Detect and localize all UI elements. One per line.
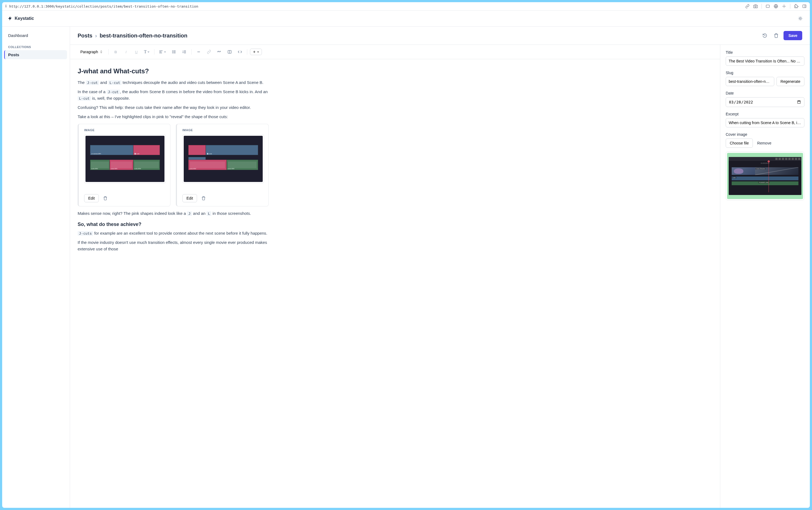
cover-image-preview: 01:00:00:00 Cross Dissolve code POD00071… xyxy=(726,151,804,200)
link-button[interactable] xyxy=(205,48,213,56)
save-button[interactable]: Save xyxy=(783,31,802,40)
sidebar-section-label: COLLECTIONS xyxy=(5,44,67,50)
list-icon xyxy=(172,50,176,54)
image-label: IMAGE xyxy=(84,129,166,132)
code-icon xyxy=(238,50,242,54)
paragraph[interactable]: The J-cut and L-cut techniques decouple … xyxy=(78,79,269,86)
paragraph[interactable]: In the case of a J-cut, the audio from S… xyxy=(78,88,269,102)
history-button[interactable] xyxy=(761,31,769,40)
regenerate-button[interactable]: Regenerate xyxy=(777,77,804,86)
app-header: Keystatic xyxy=(2,10,810,27)
title-input[interactable] xyxy=(726,56,804,66)
image-preview: on-camera.MP4 📄 code audio.WAV audio.WAV… xyxy=(84,135,166,183)
globe-icon[interactable] xyxy=(774,4,778,8)
page-header: Posts › best-transition-often-no-transit… xyxy=(70,27,810,45)
columns-button[interactable] xyxy=(225,48,234,56)
fields-panel: Title Slug Regenerate Date xyxy=(720,45,810,508)
excerpt-label: Excerpt xyxy=(726,112,804,116)
divider xyxy=(761,4,762,9)
cover-label: Cover image xyxy=(726,132,804,137)
divider xyxy=(790,4,790,9)
columns-icon xyxy=(228,50,232,54)
bold-button[interactable]: B xyxy=(111,48,120,56)
image-delete-button[interactable] xyxy=(200,194,207,202)
text-format-button[interactable]: T xyxy=(142,48,151,56)
url-text[interactable]: http://127.0.0.1:3000/keystatic/collecti… xyxy=(9,4,743,8)
trash-icon xyxy=(774,33,779,38)
heading[interactable]: J-what and What-cuts? xyxy=(78,67,269,75)
brand[interactable]: Keystatic xyxy=(8,16,34,21)
chevron-right-icon: › xyxy=(95,33,97,39)
italic-button[interactable]: I xyxy=(122,48,130,56)
sidebar-dashboard[interactable]: Dashboard xyxy=(5,31,67,40)
excerpt-input[interactable] xyxy=(726,118,804,128)
image-delete-button[interactable] xyxy=(101,194,109,202)
code-button[interactable] xyxy=(236,48,244,56)
heading[interactable]: So, what do these achieve? xyxy=(78,222,269,227)
target-icon[interactable] xyxy=(782,4,786,8)
sidebar: Dashboard COLLECTIONS Posts xyxy=(2,27,70,508)
breadcrumb-item: best-transition-often-no-transition xyxy=(99,33,187,39)
paragraph[interactable]: Makes sense now, right? The pink shapes … xyxy=(78,210,269,217)
title-label: Title xyxy=(726,50,804,55)
paragraph[interactable]: Confusing? This will help: these cuts ta… xyxy=(78,104,269,111)
insert-button[interactable] xyxy=(250,49,262,55)
panel-icon[interactable] xyxy=(802,4,807,8)
separator xyxy=(154,49,154,55)
trash-icon xyxy=(201,196,206,200)
separator xyxy=(108,49,109,55)
ordered-list-button[interactable] xyxy=(180,48,189,56)
minus-icon xyxy=(197,50,201,54)
image-label: IMAGE xyxy=(182,129,264,132)
svg-point-15 xyxy=(172,53,173,53)
image-block-lcut[interactable]: IMAGE 📄 code on-camera.MP4 xyxy=(176,124,269,206)
breadcrumb-collection[interactable]: Posts xyxy=(78,33,92,39)
paragraph[interactable]: Take a look at this – I've highlighted c… xyxy=(78,114,269,120)
svg-point-3 xyxy=(784,6,785,7)
image-preview: 📄 code on-camera.MP4 audio.WAV audio.WAV xyxy=(182,135,264,183)
align-button[interactable] xyxy=(157,48,168,56)
brand-name: Keystatic xyxy=(14,16,34,21)
trash-icon xyxy=(103,196,108,200)
theme-toggle[interactable] xyxy=(796,15,804,23)
camera-icon[interactable] xyxy=(753,4,758,8)
puzzle-icon[interactable] xyxy=(794,4,799,8)
plus-icon xyxy=(252,50,256,54)
sidebar-item-label: Posts xyxy=(8,52,19,57)
svg-point-13 xyxy=(172,51,173,51)
browser-url-bar: i http://127.0.0.1:3000/keystatic/collec… xyxy=(2,2,810,10)
info-icon: i xyxy=(5,4,6,8)
quote-button[interactable] xyxy=(215,48,223,56)
link-icon[interactable] xyxy=(745,4,750,8)
svg-point-6 xyxy=(800,18,801,19)
ordered-list-icon xyxy=(182,50,186,54)
image-edit-button[interactable]: Edit xyxy=(182,194,197,202)
divider-button[interactable] xyxy=(194,48,203,56)
svg-point-14 xyxy=(172,52,173,52)
remove-button[interactable]: Remove xyxy=(757,141,771,145)
slug-input[interactable] xyxy=(726,77,774,86)
paragraph[interactable]: J-cuts for example are an excellent tool… xyxy=(78,230,269,236)
image-block-jcut[interactable]: IMAGE on-camera.MP4 📄 code audio.W xyxy=(78,124,171,206)
slug-label: Slug xyxy=(726,70,804,75)
image-edit-button[interactable]: Edit xyxy=(84,194,99,202)
delete-button[interactable] xyxy=(772,31,780,40)
chevron-updown-icon xyxy=(99,50,103,54)
folder-icon[interactable] xyxy=(765,4,770,8)
date-input[interactable] xyxy=(726,97,804,107)
document-body[interactable]: J-what and What-cuts? The J-cut and L-cu… xyxy=(70,59,276,266)
paragraph[interactable]: If the movie industry doesn't use much t… xyxy=(78,239,269,252)
choose-file-button[interactable]: Choose file xyxy=(726,139,753,148)
chevron-down-icon xyxy=(257,51,260,53)
underline-button[interactable]: U xyxy=(132,48,141,56)
lightning-icon xyxy=(8,16,12,21)
bullet-list-button[interactable] xyxy=(170,48,178,56)
svg-rect-4 xyxy=(803,5,806,8)
link-icon xyxy=(207,50,211,54)
svg-rect-1 xyxy=(766,5,770,7)
svg-point-0 xyxy=(755,6,756,7)
block-type-select[interactable]: Paragraph xyxy=(78,48,106,56)
sun-icon xyxy=(798,16,803,21)
editor-column: Paragraph B I U T xyxy=(70,45,720,508)
sidebar-item-posts[interactable]: Posts xyxy=(4,50,67,59)
